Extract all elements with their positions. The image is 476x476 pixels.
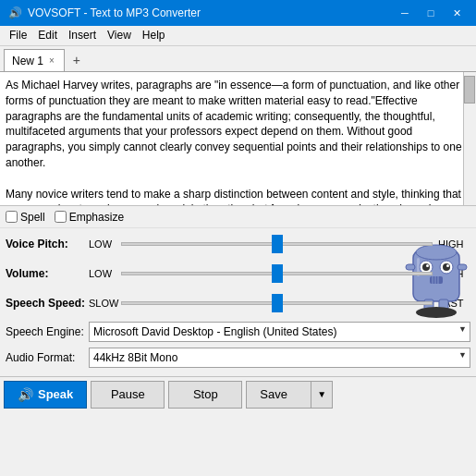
menu-insert[interactable]: Insert [63, 28, 102, 43]
app-title: VOVSOFT - Text to MP3 Converter [28, 6, 393, 19]
voice-pitch-thumb [272, 235, 283, 253]
volume-row: Volume: LOW HIGH [6, 262, 470, 286]
speak-button[interactable]: 🔊 Speak [4, 381, 87, 409]
main-text-input[interactable] [0, 72, 476, 205]
close-button[interactable]: ✕ [445, 4, 469, 22]
speak-label: Speak [38, 387, 73, 401]
svg-rect-8 [430, 276, 443, 284]
spell-checkbox-label[interactable]: Spell [6, 211, 45, 224]
pause-button[interactable]: Pause [91, 381, 165, 409]
save-label: Save [260, 387, 287, 401]
speech-speed-track [121, 301, 433, 305]
maximize-button[interactable]: □ [419, 4, 443, 22]
save-button[interactable]: Save [246, 381, 311, 409]
audio-format-row: Audio Format: 44kHz 8Bit Mono 44kHz 16Bi… [6, 347, 470, 369]
volume-min: LOW [89, 268, 121, 279]
speech-engine-row: Speech Engine: Microsoft David Desktop -… [6, 321, 470, 343]
app-icon: 🔊 [7, 6, 22, 20]
emphasize-label: Emphasize [69, 211, 124, 224]
voice-pitch-row: Voice Pitch: LOW HIGH [6, 232, 470, 256]
tab-close-button[interactable]: × [47, 55, 56, 66]
speech-speed-min: SLOW [89, 298, 121, 309]
menu-help[interactable]: Help [137, 28, 171, 43]
volume-track [121, 272, 433, 275]
tab-add-button[interactable]: + [67, 49, 87, 71]
speech-engine-select[interactable]: Microsoft David Desktop - English (Unite… [89, 322, 470, 342]
minimize-button[interactable]: ─ [393, 4, 417, 22]
text-area-wrapper [0, 72, 476, 206]
scrollbar-track[interactable] [463, 72, 476, 205]
window-controls: ─ □ ✕ [393, 4, 469, 22]
menu-edit[interactable]: Edit [32, 28, 63, 43]
voice-pitch-min: LOW [89, 238, 121, 250]
svg-point-7 [446, 264, 449, 267]
spell-checkbox[interactable] [6, 211, 18, 223]
scrollbar-thumb[interactable] [464, 76, 475, 104]
volume-thumb [272, 264, 283, 283]
emphasize-checkbox[interactable] [55, 211, 67, 223]
menu-file[interactable]: File [4, 28, 32, 43]
tab-new1[interactable]: New 1 × [4, 49, 65, 71]
controls-area: Voice Pitch: LOW HIGH Volume: LOW HIGH S… [0, 228, 476, 376]
speech-engine-label: Speech Engine: [6, 325, 89, 338]
checkbox-row: Spell Emphasize [0, 206, 476, 228]
speech-speed-thumb [272, 294, 283, 312]
speech-speed-row: Speech Speed: SLOW FAST [6, 291, 470, 315]
menu-bar: File Edit Insert View Help [0, 26, 476, 46]
stop-label: Stop [193, 387, 218, 401]
emphasize-checkbox-label[interactable]: Emphasize [55, 211, 124, 224]
save-dropdown-button[interactable]: ▼ [311, 381, 333, 409]
audio-format-wrapper: 44kHz 8Bit Mono 44kHz 16Bit Mono 44kHz 1… [89, 348, 470, 368]
voice-pitch-label: Voice Pitch: [6, 238, 89, 250]
audio-format-select[interactable]: 44kHz 8Bit Mono 44kHz 16Bit Mono 44kHz 1… [89, 348, 470, 368]
action-bar: 🔊 Speak Pause Stop Save ▼ [0, 376, 476, 411]
pause-label: Pause [111, 387, 145, 401]
speech-engine-wrapper: Microsoft David Desktop - English (Unite… [89, 322, 470, 342]
volume-label: Volume: [6, 267, 89, 280]
menu-view[interactable]: View [102, 28, 137, 43]
dropdown-arrow-icon: ▼ [317, 389, 326, 399]
text-area-container [0, 72, 476, 206]
speak-icon: 🔊 [18, 387, 33, 402]
stop-button[interactable]: Stop [168, 381, 242, 409]
svg-rect-13 [458, 264, 467, 270]
voice-pitch-track [121, 242, 433, 246]
audio-format-label: Audio Format: [6, 351, 89, 364]
spell-label: Spell [20, 211, 45, 224]
title-bar: 🔊 VOVSOFT - Text to MP3 Converter ─ □ ✕ [0, 0, 476, 26]
bottom-sections: Spell Emphasize [0, 206, 476, 411]
svg-point-5 [443, 263, 450, 271]
tab-label: New 1 [12, 55, 43, 67]
speech-speed-label: Speech Speed: [6, 297, 89, 310]
tab-bar: New 1 × + [0, 46, 476, 72]
save-button-group: Save ▼ [246, 381, 333, 409]
